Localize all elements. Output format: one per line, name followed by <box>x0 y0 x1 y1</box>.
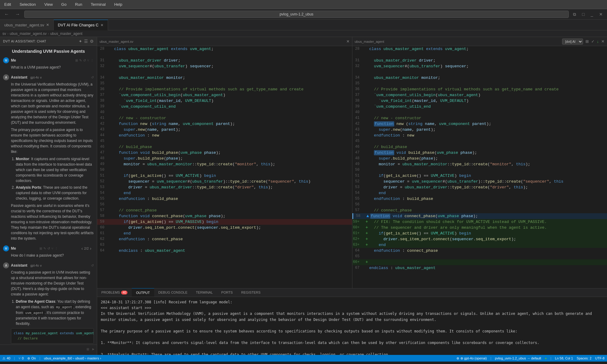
code-line-r44: 44 endfunction : new <box>352 133 607 138</box>
right-editor-header: ubus_master_agent [dvt] AI ⊞ ✓ ↓ ✕ <box>352 37 607 46</box>
breadcrumb-part[interactable]: sv <box>2 32 6 36</box>
indicator-status: ● <box>545 356 547 360</box>
code-line-r38: 38 `uvm_field_int(master_id, UVM_DEFAULT… <box>352 98 607 104</box>
menu-go[interactable]: Go <box>59 2 68 7</box>
message-actions: ↺ <box>91 76 94 79</box>
code-line-40: 40 <box>97 110 352 115</box>
output-line-blank2 <box>101 334 603 340</box>
branch-status[interactable]: ubus_example_tb0 › ubus0 › masters › <box>44 356 101 360</box>
refresh-icon[interactable]: ↺ <box>91 76 94 79</box>
tab-debug[interactable]: DEBUG CONSOLE <box>154 288 192 297</box>
address-bar[interactable]: pvlog_uvm-1.2_ubus <box>24 11 569 18</box>
git-count: 0 <box>22 356 24 360</box>
settings-icon[interactable]: ⚙ <box>90 39 94 44</box>
chat-input-toolbar: ⊞ ➤ <box>2 347 94 351</box>
minimize-icon[interactable]: _ <box>589 11 595 18</box>
send-icon[interactable]: ➤ <box>92 347 94 351</box>
code-line-r37: 37 `uvm_component_utils_begin(ubus_maste… <box>352 92 607 98</box>
assistant-avatar: A <box>3 262 9 268</box>
copy-icon[interactable]: ⊞ <box>39 247 42 251</box>
split-editor-icon[interactable]: ⧉ <box>571 11 578 18</box>
breadcrumb-sep: › <box>7 32 8 36</box>
code-line-r49: 49 monitor = ubus_master_monitor::type_i… <box>352 161 607 167</box>
ai-model-dropdown[interactable]: [dvt] AI <box>562 39 583 45</box>
left-editor-code[interactable]: 28 class ubus_master_agent extends uvm_a… <box>97 46 352 288</box>
refresh-icon[interactable]: ↺ <box>91 264 94 268</box>
menu-terminal[interactable]: Terminal <box>89 2 107 7</box>
tab-output[interactable]: OUTPUT <box>132 288 154 297</box>
breadcrumb-part[interactable]: ubus_master_agent <box>50 32 82 36</box>
prev-page-icon[interactable]: ‹ <box>81 246 83 251</box>
retry-icon[interactable]: ↺ <box>47 247 50 251</box>
tab-ports[interactable]: PORTS <box>217 288 237 297</box>
right-editor-pane: ubus_master_agent [dvt] AI ⊞ ✓ ↓ ✕ 28 <box>352 37 607 288</box>
code-line-r48: 48 super.build_phase(phase); <box>352 156 607 161</box>
fork-icon[interactable]: ⑂ <box>51 247 53 251</box>
nav-back-button[interactable]: ← <box>2 11 11 18</box>
code-line-r36: 36 // Provide implementations of virtual… <box>352 86 607 92</box>
code-line-r43: 43 super.new(name, parent); <box>352 127 607 133</box>
spaces-label: Spaces: 2 <box>577 356 592 360</box>
more-icon[interactable]: ⋮ <box>55 247 58 251</box>
copy-icon[interactable]: ⊞ <box>585 39 589 44</box>
breadcrumb-part[interactable]: ubus_master_agent.sv <box>10 32 46 36</box>
problems-status[interactable]: ⚠ 40 <box>2 356 10 360</box>
retry-icon[interactable]: ↺ <box>83 59 86 62</box>
edit-icon[interactable]: ✎ <box>43 247 46 251</box>
right-editor-code[interactable]: 28 class ubus_master_agent extends uvm_a… <box>352 46 607 288</box>
message-actions: ⊞ ✎ ↺ ⑂ ⋮ <box>75 59 94 62</box>
tab-terminal[interactable]: TERMINAL <box>192 288 217 297</box>
tab-registers[interactable]: REGISTERS <box>237 288 265 297</box>
nav-forward-button[interactable]: → <box>13 11 22 18</box>
message-header: A Assistant gpt-4o ∨ ↺ <box>3 74 94 80</box>
sync-status[interactable]: ⊚ On <box>27 356 36 360</box>
edit-icon[interactable]: ✎ <box>79 59 82 62</box>
copy-icon[interactable]: ⊞ <box>75 59 78 62</box>
message-header: M Me ⊞ ✎ ↺ ⑂ ⋮ <box>3 57 94 63</box>
close-icon[interactable]: ✕ <box>601 39 605 44</box>
fork-icon[interactable]: ⑂ <box>87 59 89 62</box>
menu-help[interactable]: Help <box>112 2 124 7</box>
code-line-53: 53 driver = ubus_master_driver::type_id:… <box>97 184 352 190</box>
encoding-status[interactable]: UTF-8 <box>595 356 605 360</box>
code-line-r28: 28 class ubus_master_agent extends uvm_a… <box>352 46 607 52</box>
close-editor-icon[interactable]: ✕ <box>346 39 350 44</box>
code-line-r-blank2 <box>352 69 607 75</box>
tab-close-icon[interactable]: ✕ <box>46 23 49 27</box>
position-status[interactable]: Ln 58, Col 1 <box>555 356 573 360</box>
more-icon[interactable]: ⋮ <box>90 59 94 62</box>
spaces-status[interactable]: Spaces: 2 <box>577 356 592 360</box>
git-status[interactable]: ⑂ 0 <box>19 356 24 360</box>
attach-icon[interactable]: ⊞ <box>86 347 89 351</box>
tab-problems[interactable]: PROBLEMS40 <box>97 288 132 297</box>
editors-area: ubus_master_agent.sv ✕ 28 class ubus_mas… <box>97 37 607 355</box>
message-body: How do I make a passive agent? <box>11 253 94 258</box>
message-body: Creating a passive agent in UVM involves… <box>11 270 94 344</box>
tab-close-icon[interactable]: ✕ <box>100 23 103 27</box>
apply-icon[interactable]: ✓ <box>591 39 595 44</box>
menu-selection[interactable]: Selection <box>18 2 37 7</box>
menu-run[interactable]: Run <box>73 2 84 7</box>
code-line-r60p: 60+ + // The sequencer and driver are on… <box>352 225 607 231</box>
para2: The primary purpose of a passive agent i… <box>11 127 94 154</box>
close-icon[interactable]: ✕ <box>597 11 605 18</box>
menu-edit[interactable]: Edit <box>2 2 13 7</box>
code-line-36: 36 // Provide implementations of virtual… <box>97 86 352 92</box>
repo-status[interactable]: pvlog_uvm-1.2_ubus → default <box>495 356 541 360</box>
tab-dvt-changes[interactable]: DVT AI File Changes C ✕ <box>54 20 108 30</box>
bottom-content: 2024-10-31 17:21:27.308 [info] Received … <box>97 297 607 355</box>
bottom-tabs: PROBLEMS40 OUTPUT DEBUG CONSOLE TERMINAL… <box>97 288 607 297</box>
next-page-icon[interactable]: › <box>90 246 91 251</box>
user-message-2: M Me ⊞ ✎ ↺ ⑂ ⋮ ‹ 2/2 › <box>3 245 94 258</box>
tab-ubus-master[interactable]: ubus_master_agent.sv ✕ <box>0 20 54 30</box>
code-line-r40: 40 <box>352 110 607 115</box>
ai-label: ⊛ gpt-4o (openai) <box>460 356 487 360</box>
code-line-r61p: 61+ + if(get_is_active() == UVM_ACTIVE) … <box>352 231 607 236</box>
menu-view[interactable]: View <box>42 2 55 7</box>
history-icon[interactable]: ☰ <box>84 39 88 44</box>
ai-status[interactable]: ⊛ ⊛ gpt-4o (openai) <box>456 356 487 360</box>
assistant-avatar: A <box>3 74 9 80</box>
new-chat-icon[interactable]: ✦ <box>79 39 82 44</box>
maximize-icon[interactable]: □ <box>580 11 586 18</box>
accept-all-icon[interactable]: ↓ <box>597 39 599 44</box>
